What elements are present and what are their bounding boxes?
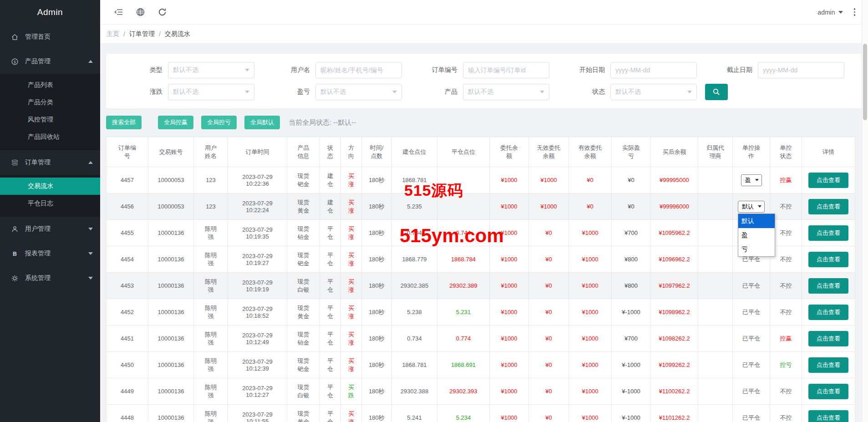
sidebar-item-users[interactable]: 用户管理	[0, 217, 100, 241]
fold-menu-icon[interactable]	[114, 7, 124, 17]
view-details-button[interactable]: 点击查看	[808, 410, 848, 422]
filter-label-updown: 涨跌	[115, 88, 162, 96]
sidebar-item-risk-control[interactable]: 风控管理	[0, 111, 100, 128]
sidebar-item-reports[interactable]: B 报表管理	[0, 241, 100, 266]
search-all-button[interactable]: 搜索全部	[106, 116, 142, 129]
cell-product: 现货 白银	[287, 378, 320, 405]
cell-user-name: 陈明 强	[194, 220, 228, 246]
global-default-button[interactable]: 全局默认	[244, 116, 280, 129]
refresh-icon[interactable]	[157, 7, 168, 17]
cell-product: 现货 黄金	[287, 193, 320, 220]
cell-agent	[698, 378, 733, 405]
view-details-button[interactable]: 点击查看	[808, 305, 848, 320]
sidebar-item-trade-flow[interactable]: 交易流水	[0, 178, 100, 195]
sidebar-item-products[interactable]: $ 产品管理	[0, 49, 100, 74]
cell-account: 10000053	[148, 193, 194, 220]
sidebar-item-product-recycle[interactable]: 产品回收站	[0, 128, 100, 146]
admin-user-menu[interactable]: admin	[817, 9, 843, 16]
cell-invalid-entrust: ¥0	[529, 246, 569, 273]
cell-close-point	[437, 193, 490, 220]
cell-order-no: 4451	[107, 325, 148, 352]
more-options-icon[interactable]	[853, 7, 857, 17]
cell-invalid-entrust: ¥0	[529, 378, 569, 405]
cell-valid-entrust: ¥1000	[569, 405, 612, 422]
sidebar-item-product-list[interactable]: 产品列表	[0, 76, 100, 94]
table-row: 445110000136陈明 强2023-07-29 10:12:49现货 铂金…	[107, 325, 855, 352]
end-date-input[interactable]	[763, 66, 839, 74]
cell-detail: 点击查看	[802, 299, 855, 325]
sidebar-item-home[interactable]: 管理首页	[0, 25, 100, 49]
cell-user-name: 陈明 强	[194, 352, 228, 378]
order-no-input[interactable]	[468, 66, 544, 74]
cell-user-name: 陈明 强	[194, 378, 228, 405]
cell-valid-entrust: ¥1000	[569, 299, 612, 325]
dropdown-option[interactable]: 默认	[738, 214, 775, 228]
breadcrumb-orders[interactable]: 订单管理	[129, 30, 155, 38]
globe-icon[interactable]	[136, 7, 146, 17]
cell-order-time: 2023-07-29 10:12:27	[228, 378, 287, 405]
cell-control-op: 已平仓	[733, 378, 770, 405]
chevron-down-icon	[687, 91, 692, 93]
sidebar-item-product-category[interactable]: 产品分类	[0, 94, 100, 111]
sidebar-item-close-log[interactable]: 平仓日志	[0, 195, 100, 212]
view-details-button[interactable]: 点击查看	[808, 199, 848, 214]
start-date-input[interactable]	[615, 66, 692, 74]
sidebar-item-system[interactable]: 系统管理	[0, 266, 100, 290]
sidebar-item-orders[interactable]: 订单管理	[0, 150, 100, 175]
view-details-button[interactable]: 点击查看	[808, 384, 848, 399]
view-details-button[interactable]: 点击查看	[808, 252, 848, 267]
breadcrumb-home[interactable]: 主页	[107, 30, 119, 38]
username-input[interactable]	[320, 66, 397, 74]
cell-entrust-balance: ¥1000	[490, 273, 529, 299]
table-row: 444910000136陈明 强2023-07-29 10:12:27现货 白银…	[107, 378, 855, 405]
cell-user-name: 陈明 强	[194, 299, 228, 325]
view-details-button[interactable]: 点击查看	[808, 225, 848, 241]
cell-account: 10000136	[148, 220, 194, 246]
view-details-button[interactable]: 点击查看	[808, 331, 848, 346]
cell-account: 10000136	[148, 405, 194, 422]
type-select[interactable]: 默认不选	[168, 62, 254, 78]
cell-duration: 180秒	[362, 220, 392, 246]
view-details-button[interactable]: 点击查看	[808, 173, 848, 188]
col-header-duration: 时间/ 点数	[362, 137, 392, 167]
cell-close-point	[437, 167, 490, 193]
search-button[interactable]	[705, 84, 728, 100]
row-control-select-value: 盈	[745, 176, 751, 184]
cell-control-status: 不控	[770, 273, 802, 299]
product-select[interactable]: 默认不选	[463, 84, 549, 100]
row-control-select[interactable]: 默认默认盈亏	[738, 201, 765, 213]
cell-entrust-balance: ¥1000	[490, 167, 529, 193]
cell-agent	[698, 273, 733, 299]
global-win-button[interactable]: 全局控赢	[158, 116, 193, 129]
cell-control-op: 已平仓	[733, 352, 770, 378]
dropdown-option[interactable]: 盈	[738, 228, 775, 242]
cell-product: 现货 白银	[287, 273, 320, 299]
table-row: 4457100000531232023-07-29 10:22:36现货 钯金建…	[107, 167, 855, 193]
updown-select[interactable]: 默认不选	[168, 84, 254, 100]
status-select[interactable]: 默认不选	[610, 84, 697, 100]
breadcrumb-current: 交易流水	[165, 30, 190, 38]
view-details-button[interactable]: 点击查看	[808, 357, 848, 373]
dropdown-option[interactable]: 亏	[738, 242, 775, 256]
cell-actual-pnl: ¥800	[612, 246, 651, 273]
app-title: Admin	[0, 0, 100, 25]
scrollbar-thumb[interactable]	[863, 44, 867, 120]
cell-order-no: 4449	[107, 378, 148, 405]
chevron-up-icon	[88, 161, 93, 164]
cell-entrust-balance: ¥1000	[490, 220, 529, 246]
view-details-button[interactable]: 点击查看	[808, 278, 848, 294]
cell-open-point: 1868.781	[392, 352, 437, 378]
cell-detail: 点击查看	[802, 273, 855, 299]
cell-valid-entrust: ¥1000	[569, 246, 612, 273]
page-scrollbar[interactable]	[862, 0, 868, 422]
pnl-select[interactable]: 默认不选	[315, 84, 402, 100]
cell-user-name: 123	[194, 167, 228, 193]
cell-invalid-entrust: ¥1000	[529, 167, 569, 193]
filter-label-start-date: 开始日期	[558, 66, 605, 74]
row-control-select[interactable]: 盈	[741, 174, 762, 186]
table-header-row: 订单编 号交易账号用户 姓名订单时间产品 信息状 态方 向时间/ 点数建仓点位平…	[107, 137, 855, 167]
global-lose-button[interactable]: 全局控亏	[201, 116, 237, 129]
cell-agent	[698, 220, 733, 246]
filter-label-type: 类型	[115, 66, 162, 74]
cell-duration: 180秒	[362, 352, 392, 378]
